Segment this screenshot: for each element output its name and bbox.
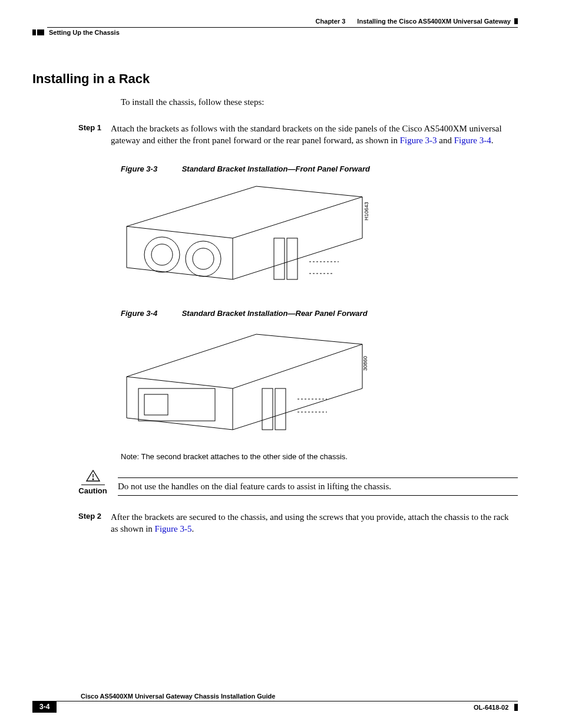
intro-text: To install the chassis, follow these ste… xyxy=(121,97,518,107)
svg-rect-10 xyxy=(262,388,273,430)
chapter-title: Installing the Cisco AS5400XM Universal … xyxy=(357,18,511,25)
caution-label: Caution xyxy=(68,486,118,495)
section-marker-icon xyxy=(37,29,44,35)
page-header: Chapter 3 Installing the Cisco AS5400XM … xyxy=(32,18,518,25)
svg-rect-9 xyxy=(144,394,168,415)
step-2: Step 2 After the brackets are secured to… xyxy=(121,511,518,535)
step-1-text-c: . xyxy=(491,136,494,145)
caution-text: Do not use the handles on the dial featu… xyxy=(118,482,518,495)
figure-3-4-caption: Figure 3-4 Standard Bracket Installation… xyxy=(121,309,518,318)
svg-point-3 xyxy=(193,248,214,269)
caution-icon xyxy=(68,469,118,485)
footer-marker-icon xyxy=(514,704,518,711)
figure-3-4-title: Standard Bracket Installation—Rear Panel… xyxy=(182,309,368,318)
link-figure-3-4[interactable]: Figure 3-4 xyxy=(454,136,491,145)
step-1-text-b: and xyxy=(437,136,454,145)
header-rule xyxy=(47,27,518,28)
svg-rect-4 xyxy=(274,238,285,279)
svg-point-1 xyxy=(186,241,221,276)
section-title: Setting Up the Chassis xyxy=(49,29,120,36)
chapter-label: Chapter 3 xyxy=(316,18,346,25)
heading-installing-in-a-rack: Installing in a Rack xyxy=(32,71,518,87)
link-figure-3-5[interactable]: Figure 3-5 xyxy=(155,524,192,533)
caution-block: Caution Do not use the handles on the di… xyxy=(68,469,518,496)
chassis-front-illustration: H10643 xyxy=(121,179,374,291)
svg-rect-11 xyxy=(275,388,286,430)
link-figure-3-3[interactable]: Figure 3-3 xyxy=(400,136,437,145)
caution-top-rule xyxy=(118,477,518,478)
footer-bottom-row: 3-4 OL-6418-02 xyxy=(32,701,518,713)
caution-right: Do not use the handles on the dial featu… xyxy=(118,469,518,496)
svg-point-15 xyxy=(92,479,94,480)
footer-right: OL-6418-02 xyxy=(474,702,518,712)
chassis-rear-illustration: 30860 xyxy=(121,324,374,442)
caution-underline xyxy=(81,485,105,485)
figure-note: Note: The second bracket attaches to the… xyxy=(121,452,518,461)
step-1-label: Step 1 xyxy=(78,123,111,132)
svg-rect-8 xyxy=(138,388,215,421)
document-page: Chapter 3 Installing the Cisco AS5400XM … xyxy=(0,0,562,728)
caution-bottom-rule xyxy=(118,495,518,496)
step-1: Step 1 Attach the brackets as follows wi… xyxy=(121,123,518,147)
footer-doc-title: Cisco AS5400XM Universal Gateway Chassis… xyxy=(32,693,518,700)
figure-3-4-code: 30860 xyxy=(362,355,368,370)
step-2-label: Step 2 xyxy=(78,511,111,521)
step-2-text: After the brackets are secured to the ch… xyxy=(111,511,518,535)
page-footer: Cisco AS5400XM Universal Gateway Chassis… xyxy=(32,693,518,713)
step-1-text: Attach the brackets as follows with the … xyxy=(111,123,518,147)
header-marker-icon xyxy=(514,18,518,24)
figure-3-3-number: Figure 3-3 xyxy=(121,164,180,173)
section-header: Setting Up the Chassis xyxy=(32,29,518,36)
figure-3-3-caption: Figure 3-3 Standard Bracket Installation… xyxy=(121,164,518,173)
svg-point-0 xyxy=(144,237,180,272)
figure-3-4-image: 30860 xyxy=(121,324,518,442)
caution-left: Caution xyxy=(68,469,118,495)
section-marker-icon xyxy=(32,29,36,35)
svg-point-2 xyxy=(151,244,173,265)
figure-3-4-number: Figure 3-4 xyxy=(121,309,180,318)
page-number: 3-4 xyxy=(32,701,57,713)
doc-id: OL-6418-02 xyxy=(474,704,508,711)
figure-3-3-image: H10643 xyxy=(121,179,518,291)
figure-3-3-title: Standard Bracket Installation—Front Pane… xyxy=(182,164,370,173)
figure-3-3-code: H10643 xyxy=(363,202,369,220)
body-content: To install the chassis, follow these ste… xyxy=(121,97,518,535)
step-2-text-b: . xyxy=(192,524,194,533)
svg-rect-5 xyxy=(287,238,297,279)
